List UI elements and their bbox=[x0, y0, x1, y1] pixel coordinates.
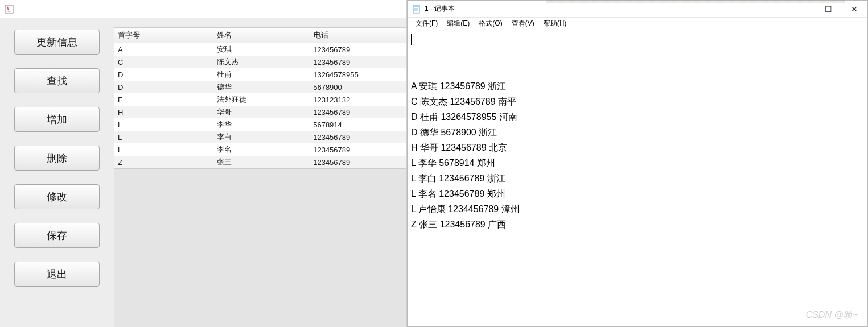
notepad-menubar: 文件(F) 编辑(E) 格式(O) 查看(V) 帮助(H) bbox=[408, 18, 867, 30]
button-panel: 更新信息 查找 增加 删除 修改 保存 退出 bbox=[0, 18, 114, 327]
header-initial[interactable]: 首字母 bbox=[114, 28, 213, 43]
cell-name[interactable]: 安琪 bbox=[213, 43, 310, 56]
contacts-table[interactable]: 首字母 姓名 电话 A安琪123456789C陈文杰123456789D杜甫13… bbox=[114, 27, 406, 169]
table-row[interactable]: D德华5678900 bbox=[114, 81, 406, 93]
cell-initial[interactable]: H bbox=[114, 106, 213, 118]
menu-edit[interactable]: 编辑(E) bbox=[443, 18, 473, 30]
cell-name[interactable]: 陈文杰 bbox=[213, 56, 310, 68]
cell-name[interactable]: 李华 bbox=[213, 118, 310, 131]
cell-phone[interactable]: 123456789 bbox=[310, 143, 406, 156]
header-name[interactable]: 姓名 bbox=[213, 28, 310, 43]
java-app-window: 更新信息 查找 增加 删除 修改 保存 退出 首字母 姓名 电话 A安琪1234… bbox=[0, 0, 407, 327]
table-row[interactable]: A安琪123456789 bbox=[114, 43, 406, 56]
cell-initial[interactable]: L bbox=[114, 131, 213, 143]
cell-name[interactable]: 华哥 bbox=[213, 106, 310, 118]
notepad-line: L 李华 5678914 郑州 bbox=[411, 155, 864, 171]
cell-initial[interactable]: A bbox=[114, 43, 213, 56]
svg-rect-0 bbox=[5, 5, 13, 13]
cell-name[interactable]: 李白 bbox=[213, 131, 310, 143]
menu-format[interactable]: 格式(O) bbox=[475, 18, 505, 30]
table-row[interactable]: C陈文杰123456789 bbox=[114, 56, 406, 68]
table-row[interactable]: L李名123456789 bbox=[114, 143, 406, 156]
update-button[interactable]: 更新信息 bbox=[14, 30, 100, 55]
notepad-line: Z 张三 123456789 广西 bbox=[411, 217, 864, 232]
header-phone[interactable]: 电话 bbox=[310, 28, 406, 43]
cell-initial[interactable]: L bbox=[114, 118, 213, 131]
delete-button[interactable]: 删除 bbox=[14, 146, 100, 171]
table-row[interactable]: H华哥123456789 bbox=[114, 106, 406, 118]
cell-initial[interactable]: F bbox=[114, 93, 213, 106]
table-empty-area bbox=[114, 169, 406, 327]
add-button[interactable]: 增加 bbox=[14, 107, 100, 132]
menu-help[interactable]: 帮助(H) bbox=[540, 18, 570, 30]
notepad-window: 1 - 记事本 ― ☐ ✕ 文件(F) 编辑(E) 格式(O) 查看(V) 帮助… bbox=[407, 0, 868, 327]
cell-phone[interactable]: 5678914 bbox=[310, 118, 406, 131]
cell-initial[interactable]: D bbox=[114, 68, 213, 81]
notepad-line: L 李名 123456789 郑州 bbox=[411, 186, 864, 201]
notepad-line: L 李白 123456789 浙江 bbox=[411, 171, 864, 186]
find-button[interactable]: 查找 bbox=[14, 68, 100, 93]
java-titlebar bbox=[0, 0, 406, 18]
exit-button[interactable]: 退出 bbox=[14, 262, 100, 287]
cell-initial[interactable]: L bbox=[114, 143, 213, 156]
modify-button[interactable]: 修改 bbox=[14, 184, 100, 209]
table-row[interactable]: L李华5678914 bbox=[114, 118, 406, 131]
table-panel: 首字母 姓名 电话 A安琪123456789C陈文杰123456789D杜甫13… bbox=[114, 18, 406, 327]
table-row[interactable]: L李白123456789 bbox=[114, 131, 406, 143]
notepad-line: C 陈文杰 123456789 南平 bbox=[411, 94, 864, 109]
cell-name[interactable]: 杜甫 bbox=[213, 68, 310, 81]
save-button[interactable]: 保存 bbox=[14, 223, 100, 248]
cell-phone[interactable]: 5678900 bbox=[310, 81, 406, 93]
menu-view[interactable]: 查看(V) bbox=[508, 18, 538, 30]
table-row[interactable]: F法外狂徒123123132 bbox=[114, 93, 406, 106]
cell-initial[interactable]: C bbox=[114, 56, 213, 68]
java-app-icon bbox=[5, 5, 14, 14]
notepad-icon bbox=[412, 5, 421, 14]
cell-phone[interactable]: 123456789 bbox=[310, 156, 406, 169]
notepad-line: L 卢怡康 1234456789 漳州 bbox=[411, 201, 864, 217]
cell-name[interactable]: 李名 bbox=[213, 143, 310, 156]
cell-phone[interactable]: 123456789 bbox=[310, 106, 406, 118]
table-row[interactable]: D杜甫13264578955 bbox=[114, 68, 406, 81]
cell-phone[interactable]: 123456789 bbox=[310, 131, 406, 143]
notepad-line: D 德华 5678900 浙江 bbox=[411, 125, 864, 140]
text-caret bbox=[411, 34, 412, 45]
notepad-textarea[interactable]: A 安琪 123456789 浙江C 陈文杰 123456789 南平D 杜甫 … bbox=[408, 30, 867, 326]
menu-file[interactable]: 文件(F) bbox=[412, 18, 441, 30]
notepad-line: H 华哥 123456789 北京 bbox=[411, 140, 864, 155]
notepad-line: D 杜甫 13264578955 河南 bbox=[411, 109, 864, 125]
background-clutter bbox=[546, 0, 845, 3]
cell-phone[interactable]: 123456789 bbox=[310, 56, 406, 68]
java-app-body: 更新信息 查找 增加 删除 修改 保存 退出 首字母 姓名 电话 A安琪1234… bbox=[0, 18, 406, 327]
cell-name[interactable]: 德华 bbox=[213, 81, 310, 93]
table-header-row: 首字母 姓名 电话 bbox=[114, 28, 406, 43]
cell-initial[interactable]: Z bbox=[114, 156, 213, 169]
cell-phone[interactable]: 123123132 bbox=[310, 93, 406, 106]
cell-phone[interactable]: 13264578955 bbox=[310, 68, 406, 81]
table-row[interactable]: Z张三123456789 bbox=[114, 156, 406, 169]
notepad-line: A 安琪 123456789 浙江 bbox=[411, 78, 864, 94]
cell-name[interactable]: 张三 bbox=[213, 156, 310, 169]
notepad-title: 1 - 记事本 bbox=[425, 4, 455, 14]
cell-phone[interactable]: 123456789 bbox=[310, 43, 406, 56]
cell-initial[interactable]: D bbox=[114, 81, 213, 93]
svg-rect-2 bbox=[413, 5, 419, 7]
cell-name[interactable]: 法外狂徒 bbox=[213, 93, 310, 106]
